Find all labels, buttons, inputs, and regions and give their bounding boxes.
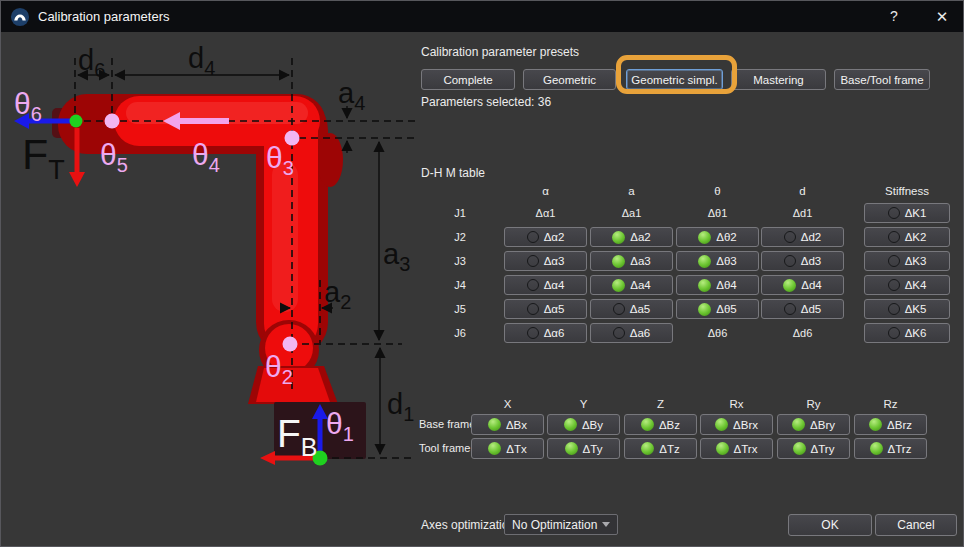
radio-circle-icon <box>888 231 900 243</box>
frame-param-toggle[interactable]: ΔTrx <box>700 438 773 459</box>
dh-param-label: Δθ2 <box>716 231 736 243</box>
selected-dot-icon <box>792 418 805 431</box>
dh-param-toggle[interactable]: Δa3 <box>590 251 673 271</box>
tool-frame-label: FT <box>22 130 65 185</box>
frame-param-toggle[interactable]: ΔTy <box>547 438 620 459</box>
dh-param-toggle[interactable]: ΔK3 <box>864 251 950 271</box>
dh-param-toggle[interactable]: Δα4 <box>504 275 587 295</box>
dh-param-label: Δa1 <box>590 203 673 223</box>
dh-param-toggle[interactable]: ΔK4 <box>864 275 950 295</box>
cancel-button[interactable]: Cancel <box>875 514 957 536</box>
preset-complete-button[interactable]: Complete <box>421 69 515 90</box>
frame-column-header: Rz <box>854 398 927 410</box>
frame-param-toggle[interactable]: ΔBx <box>471 414 544 435</box>
selected-dot-icon <box>641 418 654 431</box>
dh-param-toggle[interactable]: Δθ2 <box>676 227 759 247</box>
frame-param-label: ΔTz <box>659 443 679 455</box>
frame-param-toggle[interactable]: ΔBrz <box>854 414 927 435</box>
dh-param-toggle[interactable]: Δa5 <box>590 299 673 319</box>
joint2-dot <box>283 337 298 352</box>
ok-button[interactable]: OK <box>788 514 872 536</box>
selected-dot-icon <box>641 442 654 455</box>
dh-column-header: d <box>761 185 844 197</box>
frame-param-label: ΔBy <box>582 419 603 431</box>
dh-param-label: Δa3 <box>630 255 650 267</box>
dh-param-toggle[interactable]: Δα3 <box>504 251 587 271</box>
help-button[interactable]: ? <box>877 1 911 32</box>
dim-label-d4: d4 <box>188 42 215 79</box>
dh-row-label: J1 <box>436 203 484 223</box>
frame-param-toggle[interactable]: ΔTx <box>471 438 544 459</box>
frame-param-toggle[interactable]: ΔBz <box>624 414 697 435</box>
frame-param-toggle[interactable]: ΔBrx <box>700 414 773 435</box>
dim-label-a4: a4 <box>338 77 365 114</box>
preset-geometric-simpl-button[interactable]: Geometric simpl. <box>626 69 723 90</box>
dh-param-label: Δα6 <box>544 327 565 339</box>
dh-param-toggle[interactable]: ΔK6 <box>864 323 950 343</box>
radio-circle-icon <box>613 303 625 315</box>
dh-param-toggle[interactable]: Δd3 <box>761 251 844 271</box>
selected-dot-icon <box>869 418 882 431</box>
frame-param-toggle[interactable]: ΔBry <box>777 414 850 435</box>
frame-column-header: Ry <box>777 398 850 410</box>
dh-param-toggle[interactable]: ΔK5 <box>864 299 950 319</box>
dh-param-toggle[interactable]: Δa4 <box>590 275 673 295</box>
dh-param-label: Δd3 <box>801 255 821 267</box>
dh-param-toggle[interactable]: Δθ5 <box>676 299 759 319</box>
dh-param-label: Δα2 <box>544 231 565 243</box>
dh-param-toggle[interactable]: Δα5 <box>504 299 587 319</box>
frame-param-label: ΔBrz <box>887 419 912 431</box>
frame-param-label: ΔBx <box>506 419 527 431</box>
joint3-dot <box>285 131 300 146</box>
radio-circle-icon <box>527 279 539 291</box>
dh-param-label: Δa4 <box>630 279 650 291</box>
frame-param-label: ΔBz <box>659 419 680 431</box>
preset-base-tool-frame-button[interactable]: Base/Tool frame <box>834 69 930 90</box>
dh-param-label: Δd1 <box>761 203 844 223</box>
dh-param-label: Δα4 <box>544 279 565 291</box>
dh-param-toggle[interactable]: Δα2 <box>504 227 587 247</box>
radio-circle-icon <box>527 255 539 267</box>
parameters-selected-text: Parameters selected: 36 <box>421 95 551 109</box>
axes-optimization-dropdown[interactable]: No Optimization <box>504 514 618 535</box>
dh-param-label: ΔK6 <box>905 327 927 339</box>
frame-row-label: Base frame <box>419 414 475 435</box>
dh-param-toggle[interactable]: Δα6 <box>504 323 587 343</box>
dh-param-label: ΔK5 <box>905 303 927 315</box>
dh-row-label: J3 <box>436 251 484 271</box>
dh-param-label: ΔK4 <box>905 279 927 291</box>
dh-param-toggle[interactable]: Δθ4 <box>676 275 759 295</box>
dh-param-toggle[interactable]: Δd5 <box>761 299 844 319</box>
frame-param-toggle[interactable]: ΔTrz <box>854 438 927 459</box>
radio-circle-icon <box>613 327 625 339</box>
dh-param-toggle[interactable]: Δd4 <box>761 275 844 295</box>
selected-dot-icon <box>612 231 625 244</box>
frame-param-toggle[interactable]: ΔTz <box>624 438 697 459</box>
selected-dot-icon <box>698 303 711 316</box>
preset-mastering-button[interactable]: Mastering <box>731 69 826 90</box>
dh-row-label: J2 <box>436 227 484 247</box>
dh-param-toggle[interactable]: ΔK1 <box>864 203 950 223</box>
dh-param-toggle[interactable]: Δa2 <box>590 227 673 247</box>
dh-param-label: Δa5 <box>630 303 650 315</box>
dim-label-a2: a2 <box>324 276 351 313</box>
dh-param-label: Δθ6 <box>676 323 759 343</box>
radio-circle-icon <box>784 231 796 243</box>
selected-dot-icon <box>565 442 578 455</box>
tool-x-axis-arrow <box>69 172 85 187</box>
frame-column-header: Y <box>547 398 620 410</box>
frame-param-toggle[interactable]: ΔBy <box>547 414 620 435</box>
dropdown-value: No Optimization <box>512 518 597 532</box>
dh-param-toggle[interactable]: ΔK2 <box>864 227 950 247</box>
selected-dot-icon <box>612 279 625 292</box>
dh-param-toggle[interactable]: Δa6 <box>590 323 673 343</box>
close-icon[interactable]: ✕ <box>925 1 959 32</box>
preset-geometric-button[interactable]: Geometric <box>523 69 616 90</box>
dh-param-toggle[interactable]: Δd2 <box>761 227 844 247</box>
radio-circle-icon <box>888 327 900 339</box>
frame-param-label: ΔTy <box>583 443 603 455</box>
dh-param-toggle[interactable]: Δθ3 <box>676 251 759 271</box>
frame-param-toggle[interactable]: ΔTry <box>777 438 850 459</box>
selected-dot-icon <box>715 418 728 431</box>
selected-dot-icon <box>870 442 883 455</box>
